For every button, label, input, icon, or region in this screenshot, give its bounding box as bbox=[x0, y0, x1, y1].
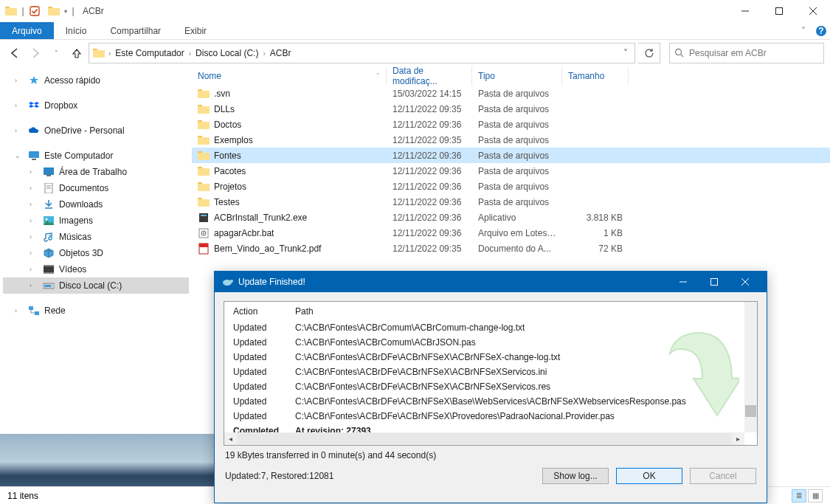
folder-icon bbox=[198, 165, 210, 177]
log-row[interactable]: UpdatedC:\ACBr\Fontes\ACBrDFe\ACBrNFSeX\… bbox=[226, 410, 755, 423]
maximize-button[interactable] bbox=[762, 0, 796, 22]
refresh-button[interactable] bbox=[638, 43, 660, 63]
minimize-button[interactable] bbox=[668, 272, 699, 292]
file-name: Pacotes bbox=[214, 166, 246, 176]
dropbox-icon bbox=[28, 100, 40, 111]
svg-rect-43 bbox=[198, 168, 210, 176]
picture-icon bbox=[43, 215, 55, 227]
file-row[interactable]: .svn15/03/2022 14:15Pasta de arquivos bbox=[192, 86, 830, 101]
scrollbar-track[interactable] bbox=[237, 433, 732, 444]
svg-rect-47 bbox=[198, 199, 210, 207]
close-button[interactable] bbox=[796, 0, 830, 22]
close-button[interactable] bbox=[730, 272, 761, 292]
file-row[interactable]: Exemplos12/11/2022 09:35Pasta de arquivo… bbox=[192, 132, 830, 148]
tab-view[interactable]: Exibir bbox=[173, 22, 218, 39]
log-row[interactable]: UpdatedC:\ACBr\Fontes\ACBrDFe\ACBrNFSeX\… bbox=[226, 380, 755, 393]
tree-local-disk-c[interactable]: ›Disco Local (C:) bbox=[3, 277, 189, 294]
file-row[interactable]: Projetos12/11/2022 09:36Pasta de arquivo… bbox=[192, 179, 830, 194]
ok-button[interactable]: OK bbox=[616, 468, 682, 484]
file-row[interactable]: apagarAcbr.bat12/11/2022 09:36Arquivo em… bbox=[192, 225, 830, 241]
tree-quick-access[interactable]: ›Acesso rápido bbox=[3, 72, 189, 89]
scroll-left-icon[interactable]: ◂ bbox=[224, 435, 237, 443]
file-name: apagarAcbr.bat bbox=[214, 228, 274, 238]
log-row[interactable]: UpdatedC:\ACBr\Fontes\ACBrDFe\ACBrNFSeX\… bbox=[226, 351, 755, 364]
tree-videos[interactable]: ›Vídeos bbox=[3, 261, 189, 277]
separator: | bbox=[69, 6, 77, 16]
breadcrumb-segment[interactable]: Disco Local (C:) bbox=[193, 48, 261, 58]
tree-this-pc[interactable]: ⌄Este Computador bbox=[3, 148, 189, 164]
address-dropdown-icon[interactable]: ˅ bbox=[618, 48, 633, 58]
col-modified[interactable]: Data de modificaç... bbox=[387, 66, 472, 86]
cancel-button[interactable]: Cancel bbox=[690, 468, 756, 484]
forward-button[interactable] bbox=[27, 44, 44, 62]
download-icon bbox=[43, 199, 55, 210]
svg-rect-37 bbox=[198, 122, 210, 129]
chevron-down-icon: ⌄ bbox=[15, 152, 24, 159]
tree-downloads[interactable]: ›Downloads bbox=[3, 196, 189, 213]
log-list[interactable]: ActionPath UpdatedC:\ACBr\Fontes\ACBrCom… bbox=[224, 301, 758, 446]
chevron-right-icon[interactable]: › bbox=[261, 49, 266, 58]
tree-network[interactable]: ›Rede bbox=[3, 303, 189, 319]
svg-rect-45 bbox=[198, 184, 210, 191]
up-button[interactable] bbox=[68, 44, 86, 62]
folder-icon[interactable] bbox=[46, 3, 62, 19]
log-row[interactable]: UpdatedC:\ACBr\Fontes\ACBrComum\ACBrJSON… bbox=[226, 336, 755, 349]
file-row[interactable]: DLLs12/11/2022 09:35Pasta de arquivos bbox=[192, 101, 830, 117]
svg-rect-18 bbox=[46, 175, 51, 176]
breadcrumb-segment[interactable]: Este Computador bbox=[112, 48, 187, 58]
file-date: 12/11/2022 09:36 bbox=[387, 182, 472, 192]
scrollbar-horizontal[interactable]: ◂▸ bbox=[224, 432, 744, 445]
tree-dropbox[interactable]: ›Dropbox bbox=[3, 97, 189, 114]
file-row[interactable]: Bem_Vindo_ao_Trunk2.pdf12/11/2022 09:35D… bbox=[192, 241, 830, 256]
breadcrumb[interactable]: › Este Computador › Disco Local (C:) › A… bbox=[89, 43, 635, 63]
tree-desktop[interactable]: ›Área de Trabalho bbox=[3, 164, 189, 180]
svg-rect-2 bbox=[30, 7, 39, 15]
file-row[interactable]: Pacotes12/11/2022 09:36Pasta de arquivos bbox=[192, 163, 830, 179]
tree-music[interactable]: ›Músicas bbox=[3, 229, 189, 245]
folder-icon[interactable] bbox=[3, 3, 19, 19]
breadcrumb-segment[interactable]: ACBr bbox=[267, 48, 294, 58]
maximize-button[interactable] bbox=[699, 272, 730, 292]
tree-documents[interactable]: ›Documentos bbox=[3, 180, 189, 196]
qat-dropdown-icon[interactable]: ▾ bbox=[62, 8, 69, 15]
file-name: Bem_Vindo_ao_Trunk2.pdf bbox=[214, 244, 321, 254]
log-action: Updated bbox=[226, 321, 286, 334]
file-row[interactable]: Testes12/11/2022 09:36Pasta de arquivos bbox=[192, 194, 830, 210]
log-row[interactable]: UpdatedC:\ACBr\Fontes\ACBrComum\ACBrComu… bbox=[226, 321, 755, 334]
show-log-button[interactable]: Show log... bbox=[542, 468, 609, 484]
file-row[interactable]: ACBrInstall_Trunk2.exe12/11/2022 09:36Ap… bbox=[192, 210, 830, 225]
scrollbar-thumb[interactable] bbox=[745, 405, 756, 417]
recent-dropdown-icon[interactable]: ˅ bbox=[47, 44, 65, 62]
svg-rect-25 bbox=[44, 266, 54, 272]
chevron-right-icon[interactable]: › bbox=[107, 49, 112, 58]
scrollbar-vertical[interactable] bbox=[744, 302, 757, 432]
col-size[interactable]: Tamanho bbox=[562, 66, 629, 86]
log-row[interactable]: UpdatedC:\ACBr\Fontes\ACBrDFe\ACBrNFSeX\… bbox=[226, 395, 755, 408]
view-large-button[interactable]: ▦ bbox=[808, 489, 823, 503]
file-row[interactable]: Fontes12/11/2022 09:36Pasta de arquivos bbox=[192, 148, 830, 163]
ribbon-collapse-icon[interactable]: ˅ bbox=[795, 26, 812, 36]
help-icon[interactable]: ? bbox=[812, 22, 830, 40]
update-summary: Updated:7, Restored:12081 bbox=[225, 471, 333, 481]
file-date: 12/11/2022 09:36 bbox=[387, 213, 472, 223]
col-name[interactable]: Nome˄ bbox=[192, 66, 387, 86]
svg-rect-6 bbox=[776, 8, 783, 15]
tree-pictures[interactable]: ›Imagens bbox=[3, 213, 189, 229]
tree-3d-objects[interactable]: ›Objetos 3D bbox=[3, 245, 189, 261]
svg-rect-12 bbox=[93, 50, 105, 58]
properties-icon[interactable] bbox=[27, 6, 43, 16]
chevron-right-icon[interactable]: › bbox=[187, 49, 193, 58]
tab-file[interactable]: Arquivo bbox=[0, 22, 54, 39]
minimize-button[interactable] bbox=[728, 0, 762, 22]
log-row[interactable]: UpdatedC:\ACBr\Fontes\ACBrDFe\ACBrNFSeX\… bbox=[226, 365, 755, 379]
back-button[interactable] bbox=[6, 44, 24, 62]
view-details-button[interactable]: ≣ bbox=[792, 489, 806, 503]
scroll-right-icon[interactable]: ▸ bbox=[732, 435, 744, 443]
tab-home[interactable]: Início bbox=[54, 22, 99, 39]
file-name: Doctos bbox=[214, 120, 241, 130]
col-type[interactable]: Tipo bbox=[472, 66, 562, 86]
search-input[interactable]: Pesquisar em ACBr bbox=[669, 43, 824, 63]
file-row[interactable]: Doctos12/11/2022 09:36Pasta de arquivos bbox=[192, 117, 830, 132]
tree-onedrive[interactable]: ›OneDrive - Personal bbox=[3, 122, 189, 139]
tab-share[interactable]: Compartilhar bbox=[98, 22, 173, 39]
